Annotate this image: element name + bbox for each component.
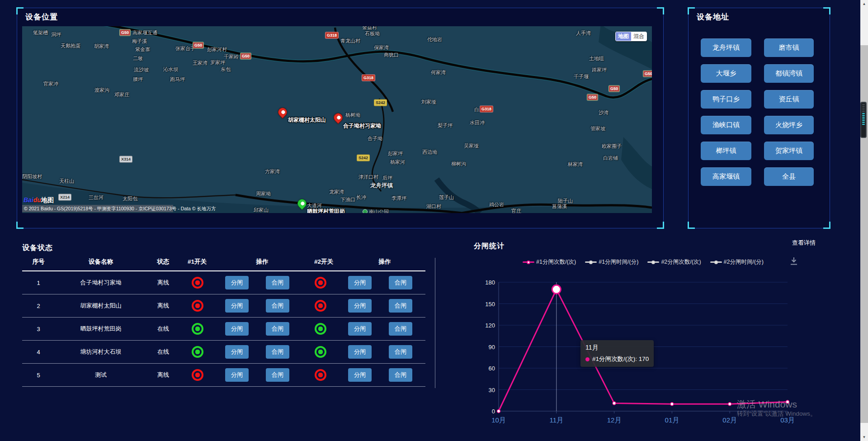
map-place-label: 天鹅抱蛋 [61,43,80,49]
device-location-panel: 设备位置 笔架槽洞坪高家堰互通梅子溪天鹅抱蛋胡家湾紫金寨张家台子彭家河村千家岭二… [17,8,664,228]
x-axis-tick-label: 10月 [491,416,506,425]
address-button-龙舟坪镇[interactable]: 龙舟坪镇 [701,38,751,57]
baidu-logo: Baidu地图 [24,196,54,204]
legend-label: #2分闸次数/(次) [661,258,701,266]
chart-legend: #1分闸次数/(次)#1分闸时间/(分)#2分闸次数/(次)#2分闸时间/(分) [523,258,764,266]
address-button-都镇湾镇[interactable]: 都镇湾镇 [764,64,814,83]
map-place-label: 千家岭 [224,53,239,60]
map-place-label: 洞坪 [51,31,61,38]
address-button-大堰乡[interactable]: 大堰乡 [701,64,751,83]
view-details-link[interactable]: 查看详情 [792,239,816,247]
address-button-高家堰镇[interactable]: 高家堰镇 [701,167,751,186]
corner-accent [688,222,695,229]
map-place-label: 彭家坪 [388,150,403,157]
x-axis-tick-label: 12月 [607,416,622,425]
scrollbar[interactable]: ▲ ▼ [860,0,868,441]
address-button-贺家坪镇[interactable]: 贺家坪镇 [764,142,814,160]
map-type-hybrid-button[interactable]: 混合 [631,32,646,41]
map-attribution: © 2021 Baidu - GS(2019)5218号 - 甲测资字11009… [22,205,173,212]
map-place-label: 邓家庄 [114,91,129,98]
row-index: 2 [37,303,40,309]
switch1-open-button[interactable]: 分闸 [225,345,249,359]
baidu-map[interactable]: 笔架槽洞坪高家堰互通梅子溪天鹅抱蛋胡家湾紫金寨张家台子彭家河村千家岭二墩王家湾罗… [22,26,652,213]
switch2-close-button[interactable]: 合闸 [389,322,412,336]
switch1-close-button[interactable]: 合闸 [266,345,289,359]
device-status: 在线 [157,325,169,333]
road-badge: X314 [119,156,132,163]
legend-item[interactable]: #1分闸时间/(分) [585,258,638,266]
address-button-火烧坪乡[interactable]: 火烧坪乡 [764,116,814,134]
address-button-鸭子口乡[interactable]: 鸭子口乡 [701,90,751,109]
map-place-label: 林家湾 [568,161,583,168]
address-button-资丘镇[interactable]: 资丘镇 [764,90,814,109]
dashboard-page: { "colors": { "accent_cyan": "#4ad9f2", … [0,0,868,441]
table-header-row: 序号设备名称状态#1开关操作#2开关操作 [22,258,425,270]
switch2-close-button[interactable]: 合闸 [389,345,412,359]
switch1-open-button[interactable]: 分闸 [225,276,249,289]
switch2-indicator [315,369,326,381]
switch2-open-button[interactable]: 分闸 [348,345,372,359]
switch1-close-button[interactable]: 合闸 [266,322,289,336]
address-button-grid: 龙舟坪镇磨市镇大堰乡都镇湾镇鸭子口乡资丘镇渔峡口镇火烧坪乡榔坪镇贺家坪镇高家堰镇… [701,38,818,186]
map-place-label: 胡家湾 [94,43,109,50]
map-place-label: 三岔河 [89,194,104,201]
device-name: 合子坳村习家坳 [80,279,122,287]
road-badge: G50 [119,29,131,36]
road-badge: X214 [58,194,71,201]
map-place-label: 龙家湾 [329,189,344,195]
switch2-close-button[interactable]: 合闸 [389,299,412,313]
scroll-up-arrow[interactable]: ▲ [860,0,868,8]
map-type-map-button[interactable]: 地图 [616,32,631,41]
table-row: 2胡家棚村太阳山离线分闸合闸分闸合闸 [22,294,425,318]
trip-statistics-title: 分闸统计 [474,242,505,251]
switch2-open-button[interactable]: 分闸 [348,368,372,382]
map-place-label: 津洋口村 [359,174,378,180]
switch1-close-button[interactable]: 合闸 [266,299,289,313]
map-place-label: 天柱山 [59,178,74,185]
address-button-渔峡口镇[interactable]: 渔峡口镇 [701,116,751,134]
tooltip-category: 11月 [585,344,649,352]
map-place-label: 二墩 [133,55,143,62]
map-place-label: 彭家河村 [207,46,227,53]
device-status: 在线 [157,348,169,356]
y-axis-tick-label: 0 [492,408,495,415]
device-status-table: 序号设备名称状态#1开关操作#2开关操作 1合子坳村习家坳离线分闸合闸分闸合闸2… [22,258,425,387]
map-place-label: 千子堰 [574,73,589,80]
device-status-title: 设备状态 [22,243,53,253]
address-button-全县[interactable]: 全县 [764,167,814,186]
switch1-close-button[interactable]: 合闸 [266,368,289,382]
switch1-close-button[interactable]: 合闸 [266,276,289,289]
legend-item[interactable]: #2分闸时间/(分) [710,258,764,266]
x-axis-tick-label: 11月 [550,416,564,425]
table-row: 5测试离线分闸合闸分闸合闸 [22,364,425,387]
switch2-close-button[interactable]: 合闸 [389,368,412,382]
switch1-open-button[interactable]: 分闸 [225,322,249,336]
map-place-label: 太阳包 [123,195,137,202]
column-header: 设备名称 [89,258,113,266]
row-index: 5 [37,372,40,379]
legend-item[interactable]: #2分闸次数/(次) [647,258,701,266]
switch1-open-button[interactable]: 分闸 [225,368,249,382]
device-name: 胡家棚村太阳山 [80,302,122,310]
map-place-label: 何家湾 [431,69,446,76]
map-place-label: 周家坳 [256,190,271,197]
scroll-down-arrow[interactable]: ▼ [860,433,868,441]
switch1-open-button[interactable]: 分闸 [225,299,249,313]
map-place-label: 邱家山 [254,207,269,213]
download-icon[interactable] [789,256,798,266]
switch2-open-button[interactable]: 分闸 [348,299,372,313]
switch2-close-button[interactable]: 合闸 [389,276,412,289]
x-axis-tick-label: 02月 [722,416,737,425]
map-place-label: 白岩铺 [603,155,618,161]
legend-marker-icon [585,261,597,263]
switch2-open-button[interactable]: 分闸 [348,322,372,336]
switch2-indicator [315,346,326,358]
map-place-label: 杨树坳 [345,112,360,119]
switch2-open-button[interactable]: 分闸 [348,276,372,289]
legend-item[interactable]: #1分闸次数/(次) [523,258,576,266]
address-button-磨市镇[interactable]: 磨市镇 [764,38,814,57]
column-header: #2开关 [314,258,333,266]
map-place-label: 长冲 [356,194,366,201]
y-axis-tick-label: 150 [485,300,495,307]
address-button-榔坪镇[interactable]: 榔坪镇 [701,142,751,160]
